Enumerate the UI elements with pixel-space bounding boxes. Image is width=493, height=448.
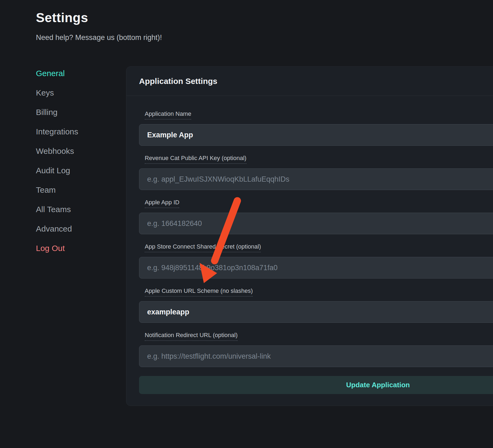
field-group: Notification Redirect URL (optional) bbox=[139, 332, 493, 367]
field-group: App Store Connect Shared Secret (optiona… bbox=[139, 243, 493, 279]
update-application-button[interactable]: Update Application bbox=[139, 376, 493, 394]
sidebar-item-team[interactable]: Team bbox=[36, 180, 114, 200]
sidebar-item-general[interactable]: General bbox=[36, 64, 114, 83]
sidebar-item-log-out[interactable]: Log Out bbox=[36, 239, 114, 258]
sidebar-item-webhooks[interactable]: Webhooks bbox=[36, 141, 114, 161]
page-title: Settings bbox=[36, 10, 88, 25]
field-input-revenuecat-api-key[interactable] bbox=[139, 168, 493, 190]
sidebar-item-integrations[interactable]: Integrations bbox=[36, 122, 114, 141]
settings-page: Settings Need help? Message us (bottom r… bbox=[0, 0, 493, 448]
field-group: Apple App ID bbox=[139, 199, 493, 234]
field-input-application-name[interactable] bbox=[139, 124, 493, 146]
application-settings-panel: Application Settings Application Name Re… bbox=[126, 66, 493, 406]
field-group: Apple Custom URL Scheme (no slashes) bbox=[139, 287, 493, 323]
field-label-apple-app-id: Apple App ID bbox=[145, 199, 179, 208]
field-label-apple-custom-url-scheme: Apple Custom URL Scheme (no slashes) bbox=[145, 287, 253, 297]
field-label-revenuecat-api-key: Revenue Cat Public API Key (optional) bbox=[145, 155, 246, 164]
sidebar-nav: GeneralKeysBillingIntegrationsWebhooksAu… bbox=[36, 64, 114, 258]
field-input-apple-app-id[interactable] bbox=[139, 213, 493, 234]
sidebar-item-keys[interactable]: Keys bbox=[36, 83, 114, 103]
page-subtitle: Need help? Message us (bottom right)! bbox=[36, 33, 162, 42]
sidebar-item-all-teams[interactable]: All Teams bbox=[36, 200, 114, 219]
sidebar-item-advanced[interactable]: Advanced bbox=[36, 219, 114, 239]
field-group: Revenue Cat Public API Key (optional) bbox=[139, 155, 493, 190]
panel-header: Application Settings bbox=[126, 67, 493, 96]
panel-title: Application Settings bbox=[139, 77, 217, 86]
field-label-notification-redirect-url: Notification Redirect URL (optional) bbox=[145, 332, 238, 341]
field-group: Application Name bbox=[139, 110, 493, 146]
field-label-application-name: Application Name bbox=[145, 110, 191, 120]
field-input-notification-redirect-url[interactable] bbox=[139, 345, 493, 367]
field-input-apple-custom-url-scheme[interactable] bbox=[139, 301, 493, 323]
field-input-app-store-shared-secret[interactable] bbox=[139, 257, 493, 279]
sidebar-item-billing[interactable]: Billing bbox=[36, 103, 114, 122]
panel-body: Application Name Revenue Cat Public API … bbox=[126, 96, 493, 407]
field-label-app-store-shared-secret: App Store Connect Shared Secret (optiona… bbox=[145, 243, 261, 252]
sidebar-item-audit-log[interactable]: Audit Log bbox=[36, 161, 114, 180]
